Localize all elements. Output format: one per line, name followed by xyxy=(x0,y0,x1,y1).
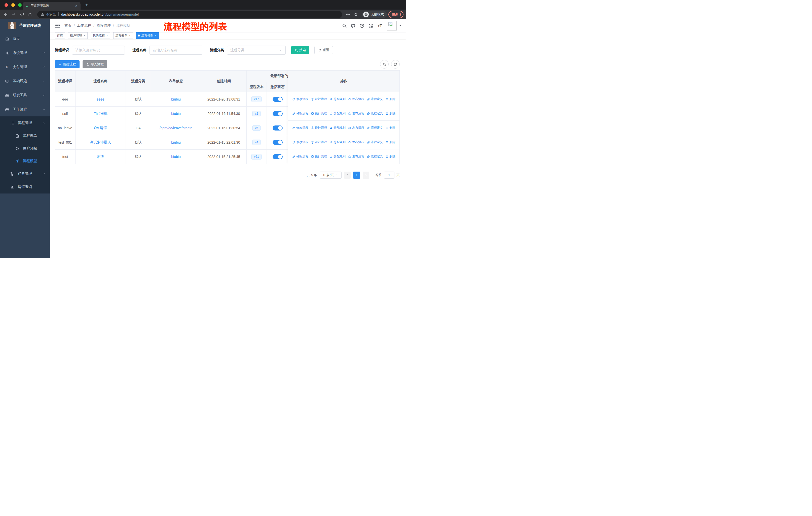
process-name-link[interactable]: 自己审批 xyxy=(93,111,108,115)
active-toggle[interactable] xyxy=(272,126,283,131)
breadcrumb-workflow[interactable]: 工作流程 xyxy=(77,23,91,28)
design-process-link[interactable]: 设计流程 xyxy=(311,97,327,101)
process-category-select[interactable]: 流程分类 xyxy=(227,46,286,55)
search-button[interactable]: 搜索 xyxy=(291,46,309,54)
process-definition-link[interactable]: 流程定义 xyxy=(367,97,383,101)
toggle-search-button[interactable] xyxy=(380,60,388,69)
assign-rule-link[interactable]: 分配规则 xyxy=(329,111,346,116)
tag-close-icon[interactable]: × xyxy=(83,34,86,37)
goto-page-input[interactable] xyxy=(384,171,395,179)
tab-close-icon[interactable]: × xyxy=(75,4,78,8)
window-minimize-button[interactable] xyxy=(11,3,15,7)
next-page-button[interactable] xyxy=(363,171,369,179)
sidebar-item-payment[interactable]: 支付管理 xyxy=(0,60,50,74)
sidebar-logo[interactable]: 芋道管理系统 xyxy=(0,19,50,32)
process-definition-link[interactable]: 流程定义 xyxy=(367,155,383,159)
sidebar-item-home[interactable]: 首页 xyxy=(0,32,50,46)
sidebar-item-task-mgmt[interactable]: 任务管理 xyxy=(0,167,50,181)
edit-process-link[interactable]: 修改流程 xyxy=(292,126,308,130)
sidebar-collapse-icon[interactable] xyxy=(55,23,60,28)
font-size-icon[interactable] xyxy=(377,23,383,28)
version-badge[interactable]: v21 xyxy=(252,154,261,160)
form-info-link[interactable]: biubiu xyxy=(171,155,180,159)
current-page-button[interactable]: 1 xyxy=(353,171,360,179)
publish-process-link[interactable]: 发布流程 xyxy=(348,126,364,130)
browser-tab[interactable]: 芋道管理系统 × xyxy=(23,2,81,9)
process-name-link[interactable]: eeee xyxy=(96,97,104,101)
reset-button[interactable]: 重置 xyxy=(314,46,333,54)
import-process-button[interactable]: 导入流程 xyxy=(83,60,107,68)
window-close-button[interactable] xyxy=(4,3,8,7)
tag-close-icon[interactable]: × xyxy=(154,34,157,37)
assign-rule-link[interactable]: 分配规则 xyxy=(329,126,346,130)
active-toggle[interactable] xyxy=(272,140,283,145)
browser-menu-icon[interactable] xyxy=(400,13,401,16)
sidebar-item-leave-query[interactable]: 请假查询 xyxy=(0,181,50,193)
tag-tenant[interactable]: 租户管理× xyxy=(68,32,88,39)
version-badge[interactable]: v4 xyxy=(253,140,261,145)
tag-my-process[interactable]: 我的流程× xyxy=(91,32,110,39)
help-icon[interactable] xyxy=(359,23,365,28)
process-name-link[interactable]: 滔博 xyxy=(97,155,104,159)
version-badge[interactable]: v17 xyxy=(252,97,261,102)
process-definition-link[interactable]: 流程定义 xyxy=(367,140,383,144)
breadcrumb-home[interactable]: 首页 xyxy=(64,23,71,28)
sidebar-item-devtools[interactable]: 研发工具 xyxy=(0,88,50,102)
window-zoom-button[interactable] xyxy=(18,3,22,7)
breadcrumb-process-mgmt[interactable]: 流程管理 xyxy=(97,23,111,28)
active-toggle[interactable] xyxy=(272,111,283,116)
assign-rule-link[interactable]: 分配规则 xyxy=(329,155,346,159)
sidebar-item-infra[interactable]: 基础设施 xyxy=(0,74,50,88)
form-info-link[interactable]: biubiu xyxy=(171,140,180,144)
version-badge[interactable]: v5 xyxy=(253,125,261,131)
active-toggle[interactable] xyxy=(272,97,283,102)
design-process-link[interactable]: 设计流程 xyxy=(311,126,327,130)
delete-link[interactable]: 删除 xyxy=(385,126,396,130)
publish-process-link[interactable]: 发布流程 xyxy=(348,140,364,144)
delete-link[interactable]: 删除 xyxy=(385,155,396,159)
fullscreen-icon[interactable] xyxy=(368,23,373,28)
process-name-link[interactable]: OA 请假 xyxy=(94,126,107,130)
edit-process-link[interactable]: 修改流程 xyxy=(292,97,308,101)
new-tab-button[interactable]: + xyxy=(84,2,90,8)
forward-button[interactable] xyxy=(10,11,17,18)
refresh-table-button[interactable] xyxy=(391,60,400,69)
prev-page-button[interactable] xyxy=(344,171,351,179)
design-process-link[interactable]: 设计流程 xyxy=(311,111,327,116)
assign-rule-link[interactable]: 分配规则 xyxy=(329,97,346,101)
page-size-select[interactable]: 10条/页 xyxy=(320,171,342,179)
sidebar-item-process-form[interactable]: 流程表单 xyxy=(0,130,50,142)
sidebar-item-process-mgmt[interactable]: 流程管理 xyxy=(0,116,50,130)
sidebar-item-workflow[interactable]: 工作流程 xyxy=(0,102,50,116)
publish-process-link[interactable]: 发布流程 xyxy=(348,97,364,101)
process-name-input[interactable] xyxy=(149,46,202,55)
delete-link[interactable]: 删除 xyxy=(385,97,396,101)
create-process-button[interactable]: 新建流程 xyxy=(55,60,80,68)
github-icon[interactable] xyxy=(351,23,356,28)
tag-close-icon[interactable]: × xyxy=(106,34,108,37)
home-button[interactable] xyxy=(27,11,33,18)
tag-process-model[interactable]: 流程模型× xyxy=(136,32,159,39)
sidebar-item-system[interactable]: 系统管理 xyxy=(0,46,50,60)
passwords-key-icon[interactable] xyxy=(345,11,351,18)
publish-process-link[interactable]: 发布流程 xyxy=(348,111,364,116)
process-name-link[interactable]: 测试多审批人 xyxy=(90,140,111,144)
sidebar-item-process-model[interactable]: 流程模型 xyxy=(0,155,50,167)
chrome-update-button[interactable]: 更新 xyxy=(388,11,404,18)
delete-link[interactable]: 删除 xyxy=(385,111,396,116)
bookmark-star-icon[interactable] xyxy=(353,11,359,18)
version-badge[interactable]: v2 xyxy=(253,111,261,116)
edit-process-link[interactable]: 修改流程 xyxy=(292,111,308,116)
address-bar[interactable]: 不安全 dashboard.yudao.iocoder.cn /bpm/mana… xyxy=(37,11,342,18)
back-button[interactable] xyxy=(2,11,9,18)
tag-close-icon[interactable]: × xyxy=(128,34,131,37)
publish-process-link[interactable]: 发布流程 xyxy=(348,155,364,159)
form-info-link[interactable]: biubiu xyxy=(171,112,180,116)
tag-process-form[interactable]: 流程表单× xyxy=(113,32,133,39)
avatar[interactable] xyxy=(387,21,397,30)
sidebar-item-user-group[interactable]: 用户分组 xyxy=(0,142,50,155)
tag-home[interactable]: 首页 xyxy=(55,32,65,39)
reload-button[interactable] xyxy=(19,11,25,18)
avatar-caret-down-icon[interactable] xyxy=(399,24,402,27)
assign-rule-link[interactable]: 分配规则 xyxy=(329,140,346,144)
